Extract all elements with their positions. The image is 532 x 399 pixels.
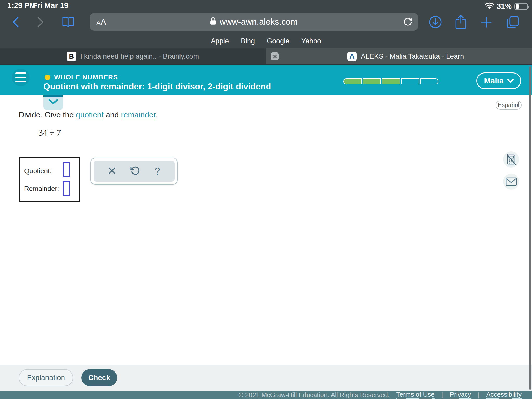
calculator-slash-icon xyxy=(506,154,517,165)
close-tab-icon[interactable] xyxy=(271,52,279,60)
answer-toolbar: ? xyxy=(90,158,178,185)
shortcut-apple[interactable]: Apple xyxy=(211,37,229,45)
downloads-icon[interactable] xyxy=(428,10,443,34)
safari-chrome: 1:29 PM Fri Mar 19 31% xyxy=(0,0,532,48)
problem-page: Español Divide. Give the quotient and re… xyxy=(0,95,532,365)
progress-segment xyxy=(363,78,381,84)
new-tab-icon[interactable] xyxy=(478,10,494,34)
battery-percent: 31% xyxy=(497,2,512,11)
clear-icon[interactable] xyxy=(108,167,116,176)
check-button[interactable]: Check xyxy=(81,369,117,386)
forward-icon[interactable] xyxy=(33,10,48,34)
math-expression: 34 ÷ 7 xyxy=(38,128,61,138)
category-label: WHOLE NUMBERS xyxy=(54,73,118,81)
lesson-title: Quotient with remainder: 1-digit divisor… xyxy=(43,82,271,91)
bookmarks-icon[interactable] xyxy=(60,10,76,34)
url-text: www-awn.aleks.com xyxy=(220,17,298,27)
remainder-label: Remainder: xyxy=(24,185,59,193)
tabs-overview-icon[interactable] xyxy=(505,10,521,34)
footer: © 2021 McGraw-Hill Education. All Rights… xyxy=(0,391,532,399)
date: Fri Mar 19 xyxy=(33,1,68,10)
tab-bar: B I kinda need help again.. - Brainly.co… xyxy=(0,48,532,65)
tab-title: I kinda need help again.. - Brainly.com xyxy=(80,52,199,61)
terms-of-use-link[interactable]: Terms of Use xyxy=(396,391,435,399)
problem-prompt: Divide. Give the quotient and remainder. xyxy=(19,110,158,119)
remainder-term-link[interactable]: remainder xyxy=(121,110,156,119)
action-bar: Explanation Check xyxy=(0,365,532,391)
progress-segment xyxy=(343,78,362,84)
tab-aleks-active[interactable]: A ALEKS - Malia Takatsuka - Learn xyxy=(266,48,532,64)
menu-icon[interactable] xyxy=(12,69,30,86)
answer-toolbar-panel: ? xyxy=(94,161,175,182)
progress-segment xyxy=(420,78,438,84)
message-button[interactable] xyxy=(503,174,519,190)
chevron-down-icon xyxy=(507,79,514,83)
progress-segment xyxy=(382,78,400,84)
safari-toolbar: AA www-awn.aleks.com xyxy=(0,10,532,34)
accessibility-link[interactable]: Accessibility xyxy=(486,391,522,399)
calculator-disabled-button[interactable] xyxy=(503,151,519,168)
shortcut-bing[interactable]: Bing xyxy=(241,37,255,45)
battery-icon xyxy=(514,3,528,10)
aleks-header: WHOLE NUMBERS Quotient with remainder: 1… xyxy=(0,65,532,95)
envelope-icon xyxy=(506,177,517,186)
address-bar[interactable]: AA www-awn.aleks.com xyxy=(90,13,418,31)
search-shortcuts: Apple Bing Google Yahoo xyxy=(0,34,532,48)
remainder-row: Remainder: xyxy=(24,185,59,193)
aleks-favicon: A xyxy=(347,52,357,61)
explanation-button[interactable]: Explanation xyxy=(19,369,73,386)
share-icon[interactable] xyxy=(453,10,469,34)
ipad-screen: 1:29 PM Fri Mar 19 31% xyxy=(0,0,532,399)
clock: 1:29 PM xyxy=(7,1,36,10)
shortcut-yahoo[interactable]: Yahoo xyxy=(301,37,321,45)
privacy-link[interactable]: Privacy xyxy=(450,391,471,399)
undo-icon[interactable] xyxy=(130,166,140,177)
quotient-input[interactable] xyxy=(63,162,70,177)
lock-icon xyxy=(210,17,216,27)
remainder-input[interactable] xyxy=(63,181,70,196)
espanol-button[interactable]: Español xyxy=(496,101,522,110)
answer-panel: Quotient: Remainder: xyxy=(19,157,80,202)
user-menu-button[interactable]: Malia xyxy=(476,72,521,89)
category-row: WHOLE NUMBERS xyxy=(45,73,118,81)
user-name: Malia xyxy=(484,76,503,85)
help-icon[interactable]: ? xyxy=(155,166,160,177)
tab-title: ALEKS - Malia Takatsuka - Learn xyxy=(361,52,464,61)
url-display: www-awn.aleks.com xyxy=(90,13,418,31)
collapse-header-button[interactable] xyxy=(43,95,63,110)
reload-icon[interactable] xyxy=(403,17,413,28)
copyright-text: © 2021 McGraw-Hill Education. All Rights… xyxy=(238,391,389,399)
scrollbar[interactable] xyxy=(529,66,531,390)
brainly-favicon: B xyxy=(67,52,76,61)
status-bar: 1:29 PM Fri Mar 19 31% xyxy=(0,0,532,10)
quotient-label: Quotient: xyxy=(24,167,52,175)
chevron-down-icon xyxy=(48,99,58,105)
wifi-icon xyxy=(485,2,494,10)
tab-brainly[interactable]: B I kinda need help again.. - Brainly.co… xyxy=(0,48,266,64)
quotient-term-link[interactable]: quotient xyxy=(76,110,104,119)
back-icon[interactable] xyxy=(8,10,23,34)
category-dot-icon xyxy=(45,75,50,80)
progress-segment xyxy=(401,78,419,84)
quotient-row: Quotient: xyxy=(24,167,52,175)
progress-bar xyxy=(343,78,438,84)
status-right: 31% xyxy=(485,2,528,11)
shortcut-google[interactable]: Google xyxy=(267,37,289,45)
